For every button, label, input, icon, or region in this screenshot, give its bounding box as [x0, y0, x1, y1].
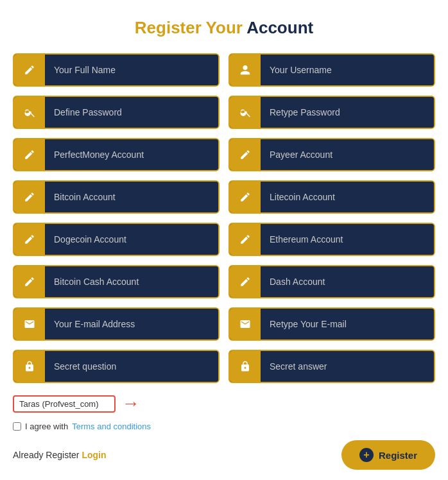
login-link[interactable]: Login: [82, 450, 106, 460]
email-address-icon: [14, 309, 45, 339]
field-email-address: [13, 307, 220, 341]
litecoin-account-icon: [230, 182, 261, 212]
payeer-account-input[interactable]: [261, 139, 434, 170]
field-retype-password: [228, 96, 435, 129]
secret-question-icon: [14, 351, 45, 382]
ethereum-account-icon: [230, 224, 261, 255]
title-highlight: Register Your: [135, 18, 243, 37]
title-dark: Account: [246, 18, 313, 37]
register-button[interactable]: + Register: [341, 440, 435, 470]
page-title: Register Your Account: [13, 18, 435, 38]
define-password-icon: [14, 97, 45, 128]
field-bitcoin-account: [13, 180, 220, 214]
form-grid: [13, 53, 435, 383]
secret-answer-input[interactable]: [261, 351, 434, 382]
define-password-input[interactable]: [45, 97, 218, 128]
field-payeer-account: [228, 138, 435, 171]
field-dash-account: [228, 265, 435, 298]
field-retype-email: [228, 307, 435, 341]
field-full-name: [13, 53, 220, 87]
dash-account-input[interactable]: [261, 266, 434, 297]
username-icon: [230, 55, 261, 85]
full-name-icon: [14, 55, 45, 85]
retype-password-icon: [230, 97, 261, 128]
email-address-input[interactable]: [45, 309, 218, 339]
bitcoin-account-input[interactable]: [45, 182, 218, 212]
field-perfectmoney-account: [13, 138, 220, 171]
retype-password-input[interactable]: [261, 97, 434, 128]
field-ethereum-account: [228, 223, 435, 256]
referral-input[interactable]: [13, 395, 116, 413]
username-input[interactable]: [261, 55, 434, 85]
perfectmoney-account-input[interactable]: [45, 139, 218, 170]
plus-icon: +: [359, 448, 374, 462]
secret-question-input[interactable]: [45, 351, 218, 382]
ethereum-account-input[interactable]: [261, 224, 434, 255]
secret-answer-icon: [230, 351, 261, 382]
dogecoin-account-input[interactable]: [45, 224, 218, 255]
referral-row: ←: [13, 393, 435, 414]
already-register-text: Already Register Login: [13, 450, 107, 460]
retype-email-icon: [230, 309, 261, 339]
dash-account-icon: [230, 266, 261, 297]
perfectmoney-account-icon: [14, 139, 45, 170]
payeer-account-icon: [230, 139, 261, 170]
field-dogecoin-account: [13, 223, 220, 256]
retype-email-input[interactable]: [261, 309, 434, 339]
field-litecoin-account: [228, 180, 435, 214]
bitcoin-cash-account-icon: [14, 266, 45, 297]
bitcoin-cash-account-input[interactable]: [45, 266, 218, 297]
field-secret-answer: [228, 350, 435, 383]
full-name-input[interactable]: [45, 55, 218, 85]
referral-section: ←: [13, 393, 435, 414]
litecoin-account-input[interactable]: [261, 182, 434, 212]
register-button-label: Register: [379, 450, 417, 461]
arrow-icon: ←: [122, 393, 140, 414]
field-define-password: [13, 96, 220, 129]
field-secret-question: [13, 350, 220, 383]
field-username: [228, 53, 435, 87]
dogecoin-account-icon: [14, 224, 45, 255]
bottom-row: Already Register Login + Register: [13, 440, 435, 470]
terms-row: I agree with Terms and conditions: [13, 422, 435, 431]
terms-label: I agree with: [25, 422, 68, 431]
bitcoin-account-icon: [14, 182, 45, 212]
field-bitcoin-cash-account: [13, 265, 220, 298]
terms-link[interactable]: Terms and conditions: [72, 422, 151, 431]
terms-checkbox[interactable]: [13, 422, 21, 431]
